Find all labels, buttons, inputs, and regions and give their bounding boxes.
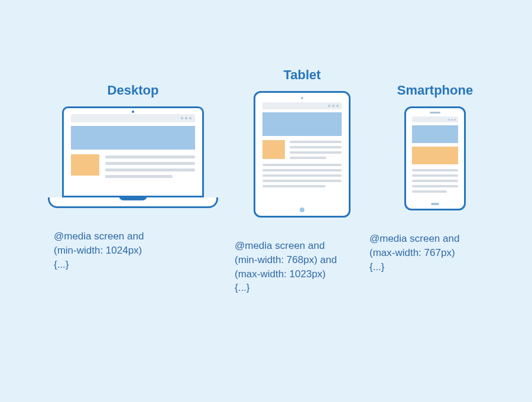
- laptop-camera-icon: [132, 111, 134, 113]
- phone-speaker-icon: [430, 112, 440, 114]
- smartphone-illustration: [404, 106, 466, 210]
- tablet-screen: [262, 102, 342, 205]
- phone-home-button-icon: [431, 203, 439, 205]
- smartphone-title: Smartphone: [397, 83, 473, 98]
- text-lines-icon: [105, 154, 195, 178]
- desktop-column: Desktop: [50, 83, 216, 271]
- tablet-media-query: @media screen and (min-width: 768px) and…: [235, 239, 359, 295]
- text-lines-icon: [290, 140, 342, 159]
- laptop-screen: [71, 114, 195, 190]
- hero-block-icon: [71, 126, 195, 150]
- browser-toolbar-icon: [71, 114, 195, 122]
- desktop-media-query: @media screen and (min-width: 1024px) {.…: [54, 229, 184, 271]
- tablet-illustration: [254, 91, 351, 218]
- text-lines-icon: [412, 169, 458, 193]
- tablet-title: Tablet: [283, 67, 320, 83]
- browser-toolbar-icon: [412, 116, 458, 122]
- thumbnail-block-icon: [262, 140, 285, 159]
- smartphone-media-query: @media screen and (max-width: 767px) {..…: [369, 232, 482, 274]
- hero-block-icon: [262, 112, 342, 136]
- thumbnail-block-icon: [412, 147, 458, 164]
- hero-block-icon: [412, 125, 458, 143]
- tablet-home-button-icon: [300, 208, 304, 212]
- thumbnail-block-icon: [71, 154, 99, 176]
- desktop-title: Desktop: [108, 83, 159, 98]
- responsive-breakpoints-diagram: Desktop: [0, 0, 532, 402]
- tablet-column: Tablet: [245, 83, 359, 295]
- laptop-illustration: [50, 106, 216, 208]
- laptop-lid: [62, 106, 204, 197]
- laptop-base: [48, 197, 218, 208]
- text-lines-icon: [262, 164, 342, 187]
- browser-toolbar-icon: [262, 102, 342, 109]
- phone-screen: [412, 116, 458, 199]
- tablet-camera-icon: [301, 97, 303, 99]
- smartphone-column: Smartphone @media screen and (max-widt: [388, 83, 482, 274]
